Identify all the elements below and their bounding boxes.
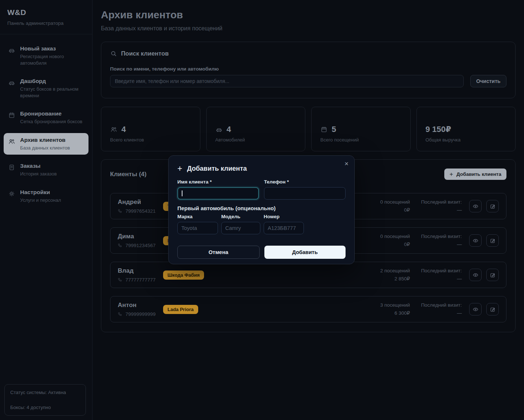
clients-title: Клиенты (4) [110, 171, 147, 178]
edit-client-button[interactable] [486, 200, 499, 212]
last-visit-value: — [417, 241, 462, 249]
stat-value: 9 150₽ [426, 125, 451, 134]
search-input[interactable] [110, 75, 464, 87]
calendar-icon [8, 110, 15, 119]
phone-icon [118, 209, 122, 213]
sidebar-item-new-order[interactable]: Новый заказ Регистрация нового автомобил… [4, 42, 88, 70]
text-cursor [182, 190, 182, 196]
users-icon [110, 126, 117, 133]
stat-value: 5 [332, 125, 336, 134]
plus-icon: + [449, 171, 453, 178]
client-phone: 77777777777 [125, 277, 156, 283]
client-visits: 2 посещений [369, 267, 410, 275]
add-client-button-label: Добавить клиента [456, 171, 501, 177]
stat-label: Автомобилей [215, 137, 297, 143]
stat-label: Всего клиентов [110, 137, 191, 143]
phone-icon [118, 243, 122, 248]
client-visits: 3 посещений [369, 301, 410, 309]
eye-icon [472, 203, 479, 209]
stat-card-total-visits: 5 Всего посещений [311, 107, 411, 151]
sidebar-item-orders[interactable]: Заказы История заказов [4, 159, 88, 181]
sidebar-item-settings[interactable]: Настройки Услуги и персонал [4, 185, 88, 207]
last-visit-label: Последний визит: [417, 232, 462, 241]
submit-add-client-button[interactable]: Добавить [264, 246, 346, 259]
add-client-modal: × + Добавить клиента Имя клиента * Телеф… [168, 155, 355, 264]
cancel-button[interactable]: Отмена [177, 246, 260, 259]
view-client-button[interactable] [469, 269, 482, 281]
last-visit-value: — [417, 206, 462, 214]
clear-search-button[interactable]: Очистить [470, 75, 506, 87]
car-icon [8, 45, 15, 54]
last-visit-label: Последний визит: [417, 198, 462, 206]
view-client-button[interactable] [469, 234, 482, 247]
car-icon [215, 126, 223, 133]
eye-icon [472, 306, 479, 313]
sidebar-nav: Новый заказ Регистрация нового автомобил… [0, 42, 92, 207]
stat-value: 4 [121, 125, 126, 134]
stat-card-total-clients: 4 Всего клиентов [101, 107, 200, 151]
stat-card-cars: 4 Автомобилей [206, 107, 306, 151]
sidebar: W&D Панель администратора Новый заказ Ре… [0, 0, 93, 420]
app-logo: W&D [7, 8, 85, 17]
eye-icon [472, 272, 479, 278]
client-name: Влад [118, 267, 163, 275]
document-icon [8, 163, 15, 171]
sidebar-item-dashboard[interactable]: Дашборд Статус боксов в реальном времени [4, 74, 88, 102]
page-title: Архив клиентов [101, 9, 516, 21]
search-panel: Поиск клиентов Поиск по имени, телефону … [101, 42, 516, 98]
view-client-button[interactable] [469, 303, 482, 315]
search-icon [110, 50, 117, 57]
sidebar-item-label: Заказы [20, 163, 57, 169]
client-phone-label: Телефон * [264, 179, 346, 185]
system-status-box: Статус системы: Активна Боксы: 4 доступн… [4, 384, 86, 416]
sidebar-item-client-archive[interactable]: Архив клиентов База данных клиентов [4, 133, 88, 155]
car-brand-label: Марка [177, 214, 218, 219]
search-label: Поиск по имени, телефону или автомобилю [110, 66, 506, 72]
client-phone: 79991234567 [125, 243, 156, 248]
client-name: Андрей [118, 198, 163, 206]
system-status-line: Статус системы: Активна [10, 390, 80, 395]
boxes-status-line: Боксы: 4 доступно [10, 405, 80, 410]
stats-row: 4 Всего клиентов 4 Автомобилей [101, 107, 516, 151]
sidebar-item-booking[interactable]: Бронирование Сетка бронирования боксов [4, 107, 88, 129]
add-client-button[interactable]: + Добавить клиента [444, 169, 506, 180]
last-visit-label: Последний визит: [417, 301, 462, 309]
last-visit-value: — [417, 275, 462, 283]
client-name-label: Имя клиента * [177, 179, 259, 185]
stat-label: Всего посещений [320, 137, 402, 143]
sidebar-divider [0, 34, 92, 34]
edit-client-button[interactable] [486, 234, 499, 247]
client-name-field[interactable] [177, 187, 259, 200]
edit-client-button[interactable] [486, 269, 499, 281]
close-icon[interactable]: × [344, 160, 348, 167]
car-plate-field[interactable] [264, 222, 304, 234]
car-model-field[interactable] [221, 222, 260, 234]
edit-client-button[interactable] [486, 303, 499, 315]
client-revenue: 0₽ [369, 206, 410, 214]
phone-icon [118, 312, 122, 317]
last-visit-label: Последний визит: [417, 267, 462, 275]
client-revenue: 0₽ [369, 241, 410, 249]
sidebar-item-label: Бронирование [20, 110, 82, 117]
modal-title: Добавить клиента [187, 165, 247, 173]
sidebar-item-sublabel: База данных клиентов [20, 145, 70, 151]
users-icon [8, 137, 15, 145]
client-phone: 79999999999 [125, 311, 156, 317]
car-badge: Lada Priora [163, 305, 198, 314]
sidebar-item-label: Настройки [20, 189, 61, 196]
first-car-section-label: Первый автомобиль (опционально) [177, 205, 346, 211]
phone-icon [118, 277, 122, 282]
sidebar-item-sublabel: История заказов [20, 171, 57, 177]
client-revenue: 6 300₽ [369, 309, 410, 317]
sidebar-item-label: Новый заказ [20, 45, 84, 52]
view-client-button[interactable] [469, 200, 482, 212]
eye-icon [472, 238, 479, 244]
client-name: Антон [118, 302, 163, 309]
client-row: Антон 79999999999 Lada Priora 3 посещени… [110, 296, 506, 322]
client-row: Влад 77777777777 Шкода Фабия 2 посещений… [110, 262, 506, 288]
car-icon [8, 78, 15, 86]
edit-icon [490, 272, 496, 278]
stat-label: Общая выручка [426, 137, 507, 143]
car-brand-field[interactable] [177, 222, 218, 234]
client-phone-field[interactable] [264, 187, 346, 200]
